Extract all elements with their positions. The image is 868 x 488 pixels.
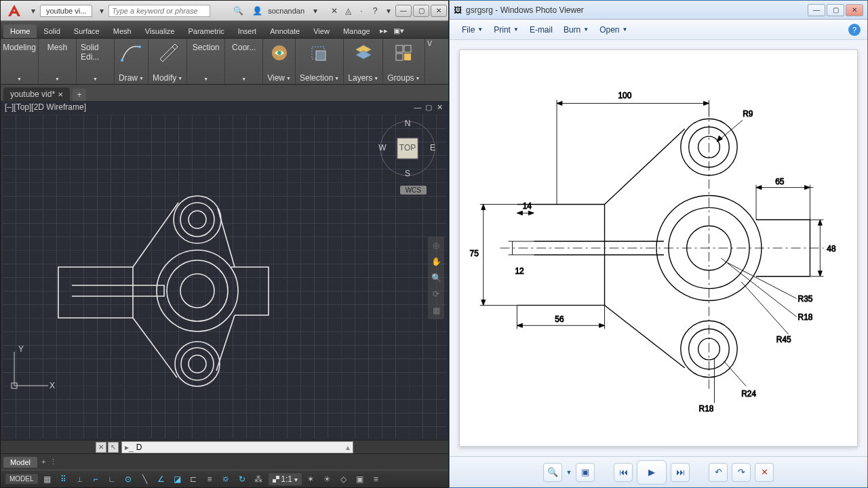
workspace-icon[interactable]: ✶ <box>304 472 319 486</box>
cleanscreen-icon[interactable]: ▣ <box>353 472 368 486</box>
rotate-left-button[interactable]: ↶ <box>709 463 728 482</box>
nav-showmotion-icon[interactable]: ▦ <box>430 304 442 317</box>
cmd-history-buttons[interactable]: ✕↖ <box>96 442 119 453</box>
anno-scale[interactable]: 🙾 1:1 ▾ <box>268 472 302 486</box>
menu-open[interactable]: Open▼ <box>594 24 633 36</box>
signin-icon[interactable]: 👤 <box>252 5 262 16</box>
menu-print[interactable]: Print▼ <box>488 24 524 36</box>
iso-toggle-icon[interactable]: ╲ <box>138 472 153 486</box>
title-tab[interactable]: youtube vi... <box>40 5 92 17</box>
polar-toggle-icon[interactable]: ⊙ <box>121 472 136 486</box>
layout-menu-icon[interactable]: ⋮ <box>48 458 58 466</box>
menu-file[interactable]: File▼ <box>456 24 488 36</box>
delete-button[interactable]: ✕ <box>755 463 774 482</box>
panel-section[interactable]: Section▼ <box>187 39 225 84</box>
panel-coordinates[interactable]: Coor...▼ <box>225 39 263 84</box>
search-button-icon[interactable]: 🔍 <box>233 5 243 16</box>
help-icon[interactable]: ? <box>370 5 380 16</box>
slideshow-button[interactable]: ▶ <box>637 460 667 485</box>
viewcube[interactable]: N S E W TOP <box>377 118 438 179</box>
maximize-button[interactable]: ▢ <box>413 5 429 17</box>
nav-orbit-icon[interactable]: ⟳ <box>430 288 442 300</box>
transparency-icon[interactable]: ⛭ <box>219 472 234 486</box>
a360-icon[interactable]: ◬ <box>342 5 353 16</box>
otrack-icon[interactable]: ⊏ <box>186 472 201 486</box>
3dosnap-icon[interactable]: ◪ <box>170 472 185 486</box>
annomonitor-icon[interactable]: ⁂ <box>252 472 267 486</box>
ribbon-tab-annotate[interactable]: Annotate <box>263 24 307 38</box>
pv-image[interactable]: 100 R9 65 48 75 <box>459 49 858 447</box>
pv-maximize-button[interactable]: ▢ <box>827 4 844 16</box>
snap-toggle-icon[interactable]: ⠿ <box>56 472 71 486</box>
next-button[interactable]: ⏭ <box>671 463 690 482</box>
cycling-icon[interactable]: ↻ <box>235 472 250 486</box>
rotate-right-button[interactable]: ↷ <box>732 463 751 482</box>
pv-minimize-button[interactable]: — <box>808 4 825 16</box>
previous-button[interactable]: ⏮ <box>614 463 633 482</box>
panel-mesh[interactable]: Mesh▼ <box>39 39 77 84</box>
isolate-icon[interactable]: ◇ <box>336 472 351 486</box>
menu-burn[interactable]: Burn▼ <box>558 24 594 36</box>
command-input[interactable]: ▸_ D ▴ <box>121 441 353 453</box>
panel-modify[interactable]: Modify▼ <box>149 39 187 84</box>
navigation-bar[interactable]: ◎ ✋ 🔍 ⟳ ▦ <box>428 237 444 319</box>
help-dropdown-icon[interactable]: ▾ <box>383 5 394 16</box>
panel-view[interactable]: View▼ <box>263 39 296 84</box>
command-text: D <box>136 443 142 452</box>
nav-pan-icon[interactable]: ✋ <box>430 256 442 268</box>
command-dropdown-icon[interactable]: ▴ <box>346 443 350 452</box>
panel-draw[interactable]: Draw▼ <box>115 39 149 84</box>
panel-modeling[interactable]: Modeling▼ <box>1 39 39 84</box>
close-button[interactable]: ✕ <box>431 5 447 17</box>
ribbon-tab-surface[interactable]: Surface <box>67 24 106 38</box>
new-tab-button[interactable]: + <box>73 89 86 101</box>
ribbon-expand-icon[interactable]: ▣▾ <box>391 24 407 38</box>
ribbon-tab-visualize[interactable]: Visualize <box>138 24 182 38</box>
zoom-out-button[interactable]: 🔍 <box>543 463 562 482</box>
nav-zoom-icon[interactable]: 🔍 <box>430 272 442 284</box>
osnap-toggle-icon[interactable]: ∠ <box>154 472 169 486</box>
panel-solid-editing[interactable]: Solid Edi...▼ <box>77 39 115 84</box>
panel-overflow[interactable]: V <box>425 39 435 84</box>
ribbon-tab-insert[interactable]: Insert <box>231 24 264 38</box>
panel-layers[interactable]: Layers▼ <box>344 39 383 84</box>
ribbon-tab-home[interactable]: Home <box>3 24 37 38</box>
panel-selection[interactable]: Selection▼ <box>296 39 344 84</box>
tab-close-icon[interactable]: ✕ <box>58 91 63 98</box>
model-tab[interactable]: Model <box>3 457 37 468</box>
username-label[interactable]: socnandan <box>264 7 309 15</box>
ortho-toggle-icon[interactable]: ∟ <box>105 472 120 486</box>
minimize-button[interactable]: — <box>395 5 412 17</box>
qat-dropdown-icon[interactable]: ▾ <box>28 5 39 16</box>
exchange-icon[interactable]: ✕ <box>329 5 340 16</box>
panel-label: Groups <box>387 73 414 83</box>
lweight-icon[interactable]: ≡ <box>203 472 218 486</box>
dynamic-input-icon[interactable]: ⌐ <box>89 472 104 486</box>
panel-groups[interactable]: Groups▼ <box>383 39 425 84</box>
nav-wheel-icon[interactable]: ◎ <box>430 239 442 251</box>
search-input[interactable] <box>108 5 210 17</box>
user-dropdown-icon[interactable]: ▾ <box>310 5 321 16</box>
ribbon-tab-mesh[interactable]: Mesh <box>106 24 138 38</box>
customize-icon[interactable]: ≡ <box>369 472 384 486</box>
drawing-viewport[interactable]: [–][Top][2D Wireframe] — ▢ ✕ <box>1 101 448 440</box>
dim-12: 12 <box>515 266 524 276</box>
pv-help-icon[interactable]: ? <box>848 24 861 36</box>
document-tab[interactable]: youtube vid* ✕ <box>3 87 70 101</box>
ribbon-overflow-icon[interactable]: ▸▸ <box>377 24 391 38</box>
ribbon-tab-manage[interactable]: Manage <box>336 24 377 38</box>
ribbon-tab-solid[interactable]: Solid <box>37 24 66 38</box>
wcs-label[interactable]: WCS <box>400 186 427 195</box>
pv-close-button[interactable]: ✕ <box>846 4 863 16</box>
add-layout-icon[interactable]: + <box>40 458 47 466</box>
ribbon-tab-view[interactable]: View <box>307 24 336 38</box>
ribbon-tab-parametric[interactable]: Parametric <box>181 24 231 38</box>
infer-toggle-icon[interactable]: ⟂ <box>73 472 87 486</box>
menu-email[interactable]: E-mail <box>524 24 558 36</box>
title-tab-dropdown-icon[interactable]: ▾ <box>96 5 107 16</box>
actual-size-button[interactable]: ▣ <box>576 463 595 482</box>
grid-toggle-icon[interactable]: ▦ <box>40 472 55 486</box>
status-model[interactable]: MODEL <box>5 473 39 485</box>
zoom-dropdown-icon[interactable]: ▼ <box>566 469 572 476</box>
hardware-icon[interactable]: ☀ <box>320 472 335 486</box>
